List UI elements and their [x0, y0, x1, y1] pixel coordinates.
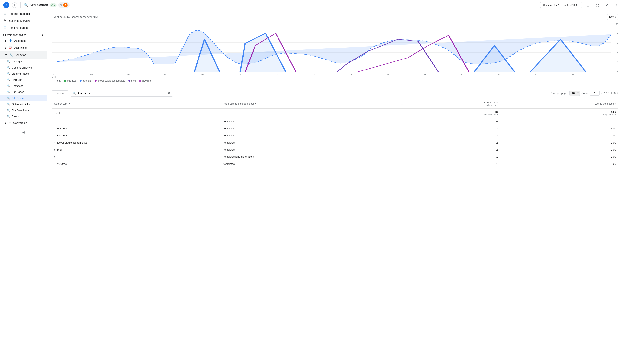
col-header-event-count[interactable]: ↓ Event count All events ▾ — [405, 99, 500, 109]
x-19: 19 — [387, 73, 389, 78]
legend-looker-dot — [95, 80, 97, 82]
row-page-path-6: /templates/lead-generation/ — [221, 153, 405, 161]
content-drilldown-label: Content Drilldown — [12, 66, 32, 69]
row-events-session-1: 1.20 — [500, 118, 618, 125]
y-label-2: 2 — [612, 60, 618, 63]
close-col-button[interactable]: ✕ — [401, 102, 403, 105]
row-events-session-4: 2.00 — [500, 139, 618, 146]
sidebar-sub-file-downloads[interactable]: 🔍 File Downloads — [0, 107, 47, 113]
table-row: 4looker studio seo template /templates/ … — [52, 139, 618, 146]
share-button[interactable]: ↗ — [603, 1, 610, 9]
date-custom-label: Custom — [543, 3, 552, 6]
search-input[interactable] — [77, 92, 166, 95]
sidebar-realtime-pages-label: Realtime pages — [8, 26, 27, 29]
row-event-count-2: 3 — [405, 125, 500, 132]
sidebar-item-acquisition[interactable]: ▶ 📈 Acquisition — [0, 44, 47, 51]
day-select[interactable]: Day ▾ — [607, 14, 618, 20]
sidebar-item-reports-snapshot[interactable]: 📋 Reports snapshot — [0, 10, 47, 17]
goto-input[interactable] — [590, 91, 600, 96]
col-header-events-per-session[interactable]: Events per session — [500, 99, 618, 109]
sidebar-item-realtime-pages[interactable]: 📄 Realtime pages — [0, 24, 47, 31]
sidebar-item-behavior[interactable]: ▼ 🔧 Behavior — [0, 51, 47, 59]
sidebar-sub-site-search[interactable]: 🔍 Site Search — [0, 95, 47, 101]
outbound-links-label: Outbound Links — [12, 103, 30, 106]
sidebar-sub-all-pages[interactable]: 🔍 All Pages — [0, 59, 47, 65]
sidebar-sub-content-drilldown[interactable]: 🔍 Content Drilldown — [0, 65, 47, 71]
entrances-label: Entrances — [12, 84, 23, 87]
sidebar-sub-events[interactable]: 🔍 Events — [0, 113, 47, 119]
sidebar-sub-entrances[interactable]: 🔍 Entrances — [0, 83, 47, 89]
check-dropdown[interactable]: ▾ — [54, 4, 55, 6]
table-row: 7%20free /templates/ 1 1.00 — [52, 161, 618, 167]
page-path-filter-icon: ▾ — [255, 102, 256, 105]
legend-looker-label: looker studio seo template — [98, 80, 125, 82]
search-icon: 🔍 — [24, 3, 28, 7]
table-row: 2business /templates/ 3 3.00 — [52, 125, 618, 132]
rows-per-page-label: Rows per page: — [550, 92, 568, 95]
avatar: A — [3, 2, 9, 8]
date-range-button[interactable]: Custom Dec 1 - Dec 31, 2024 ▾ — [540, 2, 582, 8]
sidebar-item-conversion[interactable]: ▶ ⊞ Conversion — [0, 119, 47, 126]
reports-snapshot-icon: 📋 — [3, 12, 6, 15]
x-05: 05 — [127, 73, 130, 78]
x-13: 13 — [276, 73, 278, 78]
search-sub-icon-8: 🔍 — [7, 103, 10, 106]
first-visit-label: First Visit — [12, 78, 22, 81]
next-page-button[interactable]: › — [617, 91, 618, 95]
sidebar-realtime-overview-label: Realtime overview — [8, 19, 30, 22]
audience-icon: 👤 — [9, 39, 12, 42]
magic-button[interactable]: ✧ — [613, 1, 620, 9]
sidebar-section-universal-analytics[interactable]: Universal Analytics ▲ — [0, 31, 47, 37]
chart-title: Event count by Search term over time — [52, 16, 98, 19]
sidebar-sub-first-visit[interactable]: 🔍 First Visit — [0, 77, 47, 83]
goto-label: Go to: — [581, 92, 588, 95]
file-downloads-label: File Downloads — [12, 109, 29, 112]
x-15: 15 — [313, 73, 315, 78]
landing-pages-label: Landing Pages — [12, 72, 29, 75]
collapse-sidebar-button[interactable]: ◀ — [0, 128, 47, 136]
sidebar-item-audience[interactable]: ▶ 👤 Audience — [0, 37, 47, 44]
chart-svg-area — [52, 23, 611, 72]
sidebar-sub-exit-pages[interactable]: 🔍 Exit Pages — [0, 89, 47, 95]
sidebar-sub-landing-pages[interactable]: 🔍 Landing Pages — [0, 71, 47, 77]
sidebar-sub-outbound-links[interactable]: 🔍 Outbound Links — [0, 101, 47, 107]
col-header-search-term[interactable]: Search term ▾ — [52, 99, 221, 109]
chart-container: 10 8 6 4 2 0 — [52, 23, 618, 78]
col-header-page-path[interactable]: Page path and screen class ▾ ✕ — [221, 99, 405, 109]
search-sub-icon-5: 🔍 — [7, 84, 10, 87]
page-info: 1-10 of 28 — [604, 92, 616, 95]
rows-per-page-select[interactable]: 10 25 50 — [569, 91, 580, 96]
events-per-session-col-label: Events per session — [594, 102, 616, 105]
legend-profi: profi — [128, 80, 136, 82]
x-25: 25 — [498, 73, 500, 78]
topbar: A + 🔍 Site Search ✓ ▾ ▽ E Custom Dec 1 -… — [0, 0, 623, 10]
row-page-path-7: /templates/ — [221, 161, 405, 167]
insights-button[interactable]: ◎ — [594, 1, 601, 9]
table-row: 1 /templates/ 6 1.20 — [52, 118, 618, 125]
realtime-overview-icon: ⏱ — [3, 19, 6, 22]
audience-label: Audience — [14, 39, 25, 42]
row-page-path-4: /templates/ — [221, 139, 405, 146]
x-17: 17 — [350, 73, 352, 78]
search-clear-button[interactable]: ✕ — [168, 91, 171, 95]
prev-page-button[interactable]: ‹ — [601, 91, 602, 95]
sidebar-item-realtime-overview[interactable]: ⏱ Realtime overview — [0, 17, 47, 24]
table-row: 6 /templates/lead-generation/ 1 1.00 — [52, 153, 618, 161]
chart-x-labels: 01Dec 03 05 07 09 11 13 15 17 19 21 23 2… — [52, 72, 611, 78]
legend-20free: %20free — [139, 80, 151, 82]
legend-business: business — [64, 80, 76, 82]
plot-rows-button[interactable]: Plot rows — [52, 90, 68, 96]
check-badge[interactable]: ✓ ▾ — [49, 3, 57, 7]
day-label: Day — [609, 16, 614, 19]
filter-area: ▽ E — [58, 2, 69, 8]
chart-y-labels: 10 8 6 4 2 0 — [612, 23, 618, 72]
event-count-filter-icon: ▾ — [497, 104, 498, 106]
page-path-col-label: Page path and screen class — [223, 102, 254, 105]
row-event-count-6: 1 — [405, 153, 500, 161]
row-num-5: 5profi — [52, 146, 221, 153]
comparison-button[interactable]: ⊞ — [584, 1, 592, 9]
total-row: Total 38 10.83% of total 1.65 Avg +38.39… — [52, 109, 618, 118]
legend-total: Total — [52, 80, 61, 82]
add-button[interactable]: + — [12, 2, 17, 8]
x-29: 29 — [572, 73, 574, 78]
